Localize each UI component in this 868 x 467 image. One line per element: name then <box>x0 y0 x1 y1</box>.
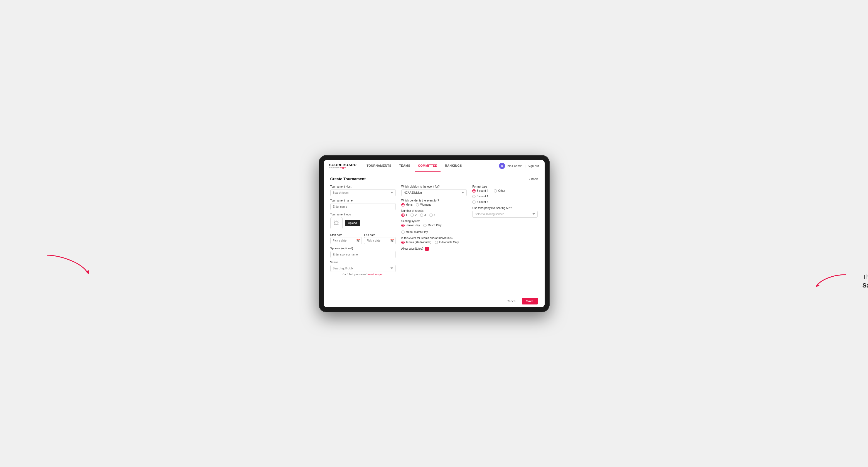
division-select[interactable]: NCAA Division I NCAA Division II NCAA Di… <box>401 189 467 196</box>
tournament-host-label: Tournament Host <box>330 185 396 188</box>
annotation-right-line1: Then click <box>862 273 868 280</box>
format-5count4-radio[interactable] <box>472 189 475 193</box>
format-type-options: 5 count 4 Other 6 count 4 <box>472 189 538 204</box>
venue-input[interactable] <box>330 265 396 272</box>
scoring-medal-label: Medal Match Play <box>406 230 428 234</box>
scoring-medal-radio[interactable] <box>401 230 405 234</box>
format-5count4-option[interactable]: 5 count 4 <box>472 189 488 193</box>
rounds-1-radio[interactable] <box>401 214 405 217</box>
scoring-match-label: Match Play <box>428 224 441 227</box>
dates-group: Start date 📅 End date <box>330 232 396 244</box>
event-teams-option[interactable]: Teams (+Individuals) <box>401 241 431 244</box>
logo-brand: SCOREBOARD <box>329 163 357 167</box>
division-label: Which division is the event for? <box>401 185 467 188</box>
upload-button[interactable]: Upload <box>345 220 361 226</box>
allow-substitutes-checkbox-item[interactable]: Allow substitutes? ✓ <box>401 247 467 251</box>
format-other-radio[interactable] <box>494 189 497 193</box>
gender-label: Which gender is the event for? <box>401 199 467 202</box>
event-teams-radio[interactable] <box>401 241 405 244</box>
back-link[interactable]: Back <box>529 177 538 181</box>
nav-item-committee[interactable]: COMMITTEE <box>415 160 440 172</box>
rounds-2-option[interactable]: 2 <box>410 214 416 217</box>
event-individuals-radio[interactable] <box>435 241 438 244</box>
rounds-3-label: 3 <box>425 214 426 217</box>
event-individuals-label: Individuals Only <box>439 241 459 244</box>
scoring-stroke-option[interactable]: Stroke Play <box>401 224 420 227</box>
page-content: Create Tournament Back Tournament Host T… <box>324 172 545 295</box>
logo: SCOREBOARD Powered by clippd <box>329 163 357 169</box>
scoring-stroke-radio[interactable] <box>401 224 405 227</box>
event-individuals-option[interactable]: Individuals Only <box>435 241 459 244</box>
form-footer: Cancel Save <box>324 295 545 307</box>
tournament-host-input[interactable] <box>330 189 396 196</box>
tournament-name-input[interactable] <box>330 203 396 210</box>
venue-group: Venue Can't find your venue? email suppo… <box>330 261 396 276</box>
venue-email-support-link[interactable]: email support <box>368 273 383 276</box>
gender-mens-option[interactable]: Mens <box>401 203 412 207</box>
scoring-api-group: Use third-party live scoring API? Select… <box>472 207 538 218</box>
nav-separator: | <box>525 164 525 167</box>
event-type-radio-group: Teams (+Individuals) Individuals Only <box>401 241 467 244</box>
nav-item-tournaments[interactable]: TOURNAMENTS <box>363 160 395 172</box>
rounds-radio-group: 1 2 3 <box>401 214 467 217</box>
format-6count5-radio[interactable] <box>472 200 475 204</box>
gender-womens-radio[interactable] <box>416 203 419 207</box>
logo-upload-area: 🖼 Upload <box>330 217 396 229</box>
venue-label: Venue <box>330 261 396 264</box>
scoring-stroke-label: Stroke Play <box>406 224 420 227</box>
format-type-label: Format type <box>472 185 538 188</box>
nav-item-teams[interactable]: TEAMS <box>396 160 413 172</box>
scoring-match-option[interactable]: Match Play <box>423 224 441 227</box>
start-date-group: Start date 📅 <box>330 232 362 244</box>
rounds-group: Number of rounds 1 2 <box>401 209 467 217</box>
rounds-2-label: 2 <box>415 214 416 217</box>
format-other-label: Other <box>498 189 505 192</box>
gender-mens-radio[interactable] <box>401 203 405 207</box>
scoring-system-label: Scoring system <box>401 220 467 223</box>
tournament-logo-group: Tournament logo 🖼 Upload <box>330 213 396 229</box>
logo-placeholder: 🖼 <box>330 217 343 229</box>
rounds-4-option[interactable]: 4 <box>429 214 436 217</box>
scoring-medal-option[interactable]: Medal Match Play <box>401 230 428 234</box>
gender-womens-option[interactable]: Womens <box>416 203 431 207</box>
tournament-name-group: Tournament name <box>330 199 396 210</box>
gender-mens-label: Mens <box>406 203 412 206</box>
logo-powered-by: Powered by clippd <box>329 167 357 169</box>
nav-item-rankings[interactable]: RANKINGS <box>442 160 465 172</box>
gender-radio-group: Mens Womens <box>401 203 467 207</box>
tournament-name-label: Tournament name <box>330 199 396 202</box>
sponsor-input[interactable] <box>330 251 396 258</box>
calendar-icon-start: 📅 <box>356 239 360 242</box>
format-6count4-option[interactable]: 6 count 4 <box>472 195 538 198</box>
format-6count4-radio[interactable] <box>472 195 475 198</box>
event-type-label: Is this event for Teams and/or Individua… <box>401 237 467 240</box>
rounds-3-option[interactable]: 3 <box>420 214 426 217</box>
page-header: Create Tournament Back <box>330 177 538 181</box>
tournament-logo-label: Tournament logo <box>330 213 396 216</box>
calendar-icon-end: 📅 <box>390 239 394 242</box>
rounds-4-radio[interactable] <box>429 214 433 217</box>
venue-hint: Can't find your venue? email support <box>330 273 396 276</box>
sign-out-link[interactable]: Sign out <box>528 164 539 167</box>
rounds-1-option[interactable]: 1 <box>401 214 407 217</box>
arrow-left-icon <box>44 252 89 275</box>
rounds-3-radio[interactable] <box>420 214 423 217</box>
allow-substitutes-checkbox[interactable]: ✓ <box>425 247 429 251</box>
allow-substitutes-label: Allow substitutes? <box>401 247 424 250</box>
tablet-screen: SCOREBOARD Powered by clippd TOURNAMENTS… <box>324 160 545 307</box>
tablet-device: SCOREBOARD Powered by clippd TOURNAMENTS… <box>319 155 550 312</box>
cancel-button[interactable]: Cancel <box>503 298 520 305</box>
form-columns: Tournament Host Tournament name Tourname… <box>330 185 538 276</box>
scoring-api-select[interactable]: Select a scoring service <box>472 211 538 218</box>
format-6count5-option[interactable]: 6 count 5 <box>472 200 538 204</box>
rounds-2-radio[interactable] <box>410 214 414 217</box>
page-title: Create Tournament <box>330 177 366 181</box>
event-type-group: Is this event for Teams and/or Individua… <box>401 237 467 244</box>
annotation-right: Then click Save. <box>862 273 868 290</box>
event-teams-label: Teams (+Individuals) <box>406 241 431 244</box>
format-other-option[interactable]: Other <box>494 189 505 193</box>
scoring-match-radio[interactable] <box>423 224 427 227</box>
sponsor-group: Sponsor (optional) <box>330 247 396 258</box>
save-button[interactable]: Save <box>522 298 538 305</box>
start-date-wrapper: 📅 <box>330 237 362 244</box>
